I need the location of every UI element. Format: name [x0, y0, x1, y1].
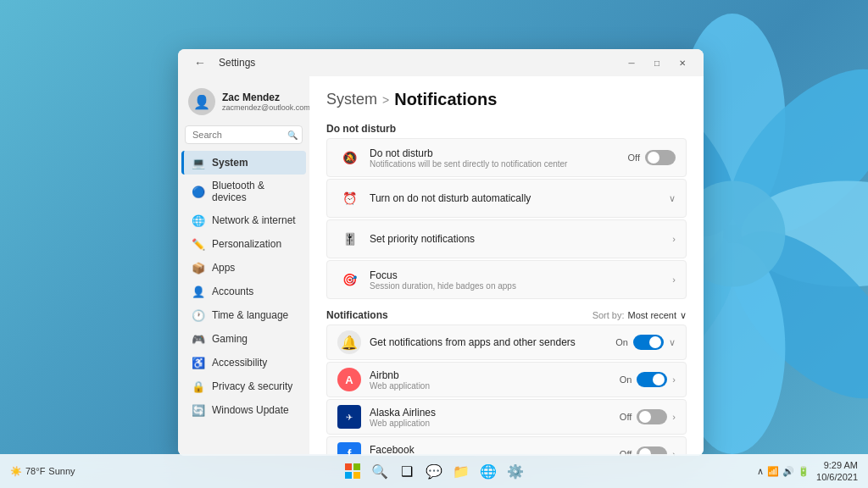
sidebar-item-network[interactable]: 🌐 Network & internet: [181, 208, 306, 232]
close-button[interactable]: ✕: [671, 54, 693, 71]
dnd-auto-text: Turn on do not disturb automatically: [370, 192, 669, 204]
battery-icon[interactable]: 🔋: [798, 466, 810, 477]
airbnb-type: Web application: [370, 381, 620, 391]
sidebar-item-personalization[interactable]: ✏️ Personalization: [181, 232, 306, 256]
maximize-button[interactable]: □: [646, 54, 668, 71]
breadcrumb-current: Notifications: [394, 90, 497, 109]
wifi-icon[interactable]: 📶: [767, 466, 779, 477]
dnd-title: Do not disturb: [370, 147, 628, 159]
apps-icon: 📦: [192, 261, 205, 274]
get-notif-toggle-thumb: [649, 336, 661, 348]
clock-time: 9:29 AM: [816, 459, 858, 471]
priority-row[interactable]: 🎚️ Set priority notifications ›: [326, 219, 687, 258]
sidebar-item-system[interactable]: 💻 System: [181, 151, 306, 175]
start-button[interactable]: [342, 461, 363, 481]
airbnb-icon: A: [337, 368, 361, 391]
notifications-bell-icon: 🔔: [337, 330, 361, 354]
priority-title: Set priority notifications: [370, 233, 672, 245]
edge-button[interactable]: 🌐: [478, 461, 498, 481]
sidebar-item-apps[interactable]: 📦 Apps: [181, 256, 306, 280]
focus-text: Focus Session duration, hide badges on a…: [370, 269, 672, 291]
taskbar-right: ∧ 📶 🔊 🔋 9:29 AM 10/6/2021: [757, 459, 858, 484]
volume-icon[interactable]: 🔊: [782, 466, 794, 477]
network-icon: 🌐: [192, 214, 205, 227]
time-icon: 🕐: [192, 308, 205, 322]
sidebar-item-time[interactable]: 🕐 Time & language: [181, 303, 306, 327]
dnd-text: Do not disturb Notifications will be sen…: [370, 147, 628, 169]
sidebar-item-windows-update[interactable]: 🔄 Windows Update: [181, 398, 306, 422]
search-taskbar-button[interactable]: 🔍: [370, 461, 390, 481]
sidebar-label-apps: Apps: [212, 262, 235, 274]
get-notif-text: Get notifications from apps and other se…: [370, 336, 615, 348]
breadcrumb-system: System: [326, 91, 377, 108]
focus-icon: 🎯: [337, 268, 361, 291]
accounts-icon: 👤: [192, 285, 205, 298]
get-notif-right: On ∨: [615, 335, 676, 350]
airbnb-row[interactable]: A Airbnb Web application On ›: [326, 362, 687, 397]
explorer-button[interactable]: 📁: [451, 461, 471, 481]
gaming-icon: 🎮: [192, 332, 205, 346]
get-notif-title: Get notifications from apps and other se…: [370, 336, 615, 348]
dnd-right: Off: [628, 150, 676, 165]
taskbar-left: ☀️ 78°F Sunny: [10, 466, 75, 477]
sidebar: 👤 Zac Mendez zacmendez@outlook.com 🔍 💻 S…: [178, 76, 309, 456]
sidebar-label-update: Windows Update: [212, 404, 289, 416]
task-view-button[interactable]: ❑: [397, 461, 417, 481]
privacy-icon: 🔒: [192, 380, 205, 393]
sort-label: Sort by:: [593, 310, 625, 320]
sidebar-item-accounts[interactable]: 👤 Accounts: [181, 280, 306, 303]
sidebar-label-network: Network & internet: [212, 214, 296, 226]
settings-taskbar-button[interactable]: ⚙️: [505, 461, 526, 481]
focus-subtitle: Session duration, hide badges on apps: [370, 281, 672, 291]
alaska-row[interactable]: ✈ Alaska Airlines Web application Off ›: [326, 399, 687, 435]
dnd-toggle-row[interactable]: 🔕 Do not disturb Notifications will be s…: [326, 138, 687, 177]
svg-point-2: [741, 181, 868, 287]
clock[interactable]: 9:29 AM 10/6/2021: [816, 459, 858, 484]
accessibility-icon: ♿: [192, 356, 205, 369]
back-button[interactable]: ←: [188, 54, 212, 71]
sidebar-item-gaming[interactable]: 🎮 Gaming: [181, 327, 306, 351]
svg-rect-9: [345, 463, 352, 470]
sidebar-label-accounts: Accounts: [212, 286, 253, 297]
svg-point-1: [701, 41, 868, 265]
alaska-value: Off: [620, 412, 632, 422]
sidebar-label-personalization: Personalization: [212, 238, 281, 250]
search-box[interactable]: 🔍: [185, 125, 303, 144]
system-tray-icons: ∧ 📶 🔊 🔋: [757, 466, 810, 477]
user-email: zacmendez@outlook.com: [222, 103, 309, 112]
search-input[interactable]: [185, 125, 303, 144]
dnd-section-header: Do not disturb: [326, 123, 687, 135]
sort-value[interactable]: Most recent: [628, 310, 676, 320]
get-notifications-row[interactable]: 🔔 Get notifications from apps and other …: [326, 324, 687, 360]
chevron-down-icon: ∨: [669, 193, 676, 204]
sidebar-item-privacy[interactable]: 🔒 Privacy & security: [181, 374, 306, 398]
update-icon: 🔄: [192, 403, 205, 417]
main-content: System > Notifications Do not disturb 🔕 …: [309, 76, 704, 456]
focus-right: ›: [672, 274, 676, 285]
get-notif-chevron-icon: ∨: [669, 337, 676, 348]
sort-by[interactable]: Sort by: Most recent ∨: [593, 310, 687, 321]
focus-row[interactable]: 🎯 Focus Session duration, hide badges on…: [326, 260, 687, 299]
chat-button[interactable]: 💬: [424, 461, 444, 481]
dnd-toggle-thumb: [648, 152, 659, 164]
chevron-icon[interactable]: ∧: [757, 466, 764, 477]
dnd-toggle[interactable]: [645, 150, 676, 165]
dnd-auto-row[interactable]: ⏰ Turn on do not disturb automatically ∨: [326, 179, 687, 218]
focus-title: Focus: [370, 269, 672, 281]
user-profile[interactable]: 👤 Zac Mendez zacmendez@outlook.com: [178, 83, 309, 125]
airbnb-text: Airbnb Web application: [370, 369, 620, 391]
facebook-row[interactable]: f Facebook Microsoft Store application O…: [326, 436, 687, 456]
avatar: 👤: [188, 88, 215, 115]
sidebar-item-bluetooth[interactable]: 🔵 Bluetooth & devices: [181, 175, 306, 208]
weather-widget[interactable]: ☀️ 78°F Sunny: [10, 466, 75, 477]
sidebar-label-bluetooth: Bluetooth & devices: [212, 180, 296, 203]
airbnb-toggle[interactable]: [637, 372, 667, 387]
alaska-toggle[interactable]: [637, 409, 667, 424]
minimize-button[interactable]: ─: [620, 54, 643, 71]
airbnb-toggle-thumb: [653, 374, 665, 385]
get-notif-toggle[interactable]: [633, 335, 664, 350]
sidebar-label-system: System: [212, 157, 248, 169]
airbnb-chevron-icon: ›: [672, 374, 676, 385]
clock-date: 10/6/2021: [816, 471, 858, 483]
sidebar-item-accessibility[interactable]: ♿ Accessibility: [181, 351, 306, 374]
